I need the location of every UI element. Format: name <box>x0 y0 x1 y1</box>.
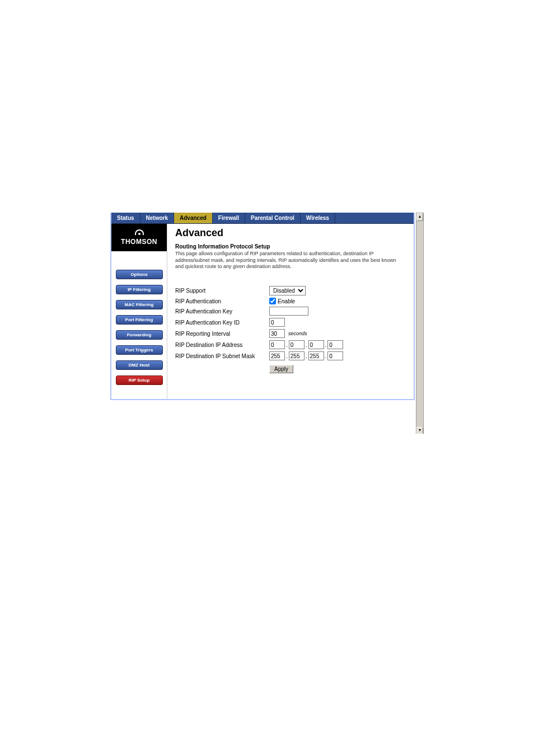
apply-button[interactable]: Apply <box>269 365 293 373</box>
sidebar-item-forwarding[interactable]: Forwarding <box>116 330 163 340</box>
sidebar-item-options[interactable]: Options <box>116 270 163 279</box>
sidebar-item-port-filtering[interactable]: Port Filtering <box>116 315 163 325</box>
rip-auth-enable-label: Enable <box>278 298 295 304</box>
section-description: This page allows configuration of RIP pa… <box>175 251 406 270</box>
rip-dest-mask-octet-2[interactable] <box>289 351 305 360</box>
rip-interval-label: RIP Reporting Interval <box>175 331 269 337</box>
tab-status[interactable]: Status <box>111 213 140 223</box>
sidebar: THOMSON Options IP Filtering MAC Filteri… <box>111 224 167 399</box>
tab-firewall[interactable]: Firewall <box>213 213 245 223</box>
rip-dest-mask-octet-3[interactable] <box>308 351 324 360</box>
svg-point-0 <box>138 233 140 235</box>
brand-logo-icon <box>114 228 165 238</box>
rip-dest-mask-label: RIP Destination IP Subnet Mask <box>175 353 269 359</box>
rip-dest-ip-octet-1[interactable] <box>269 340 285 349</box>
top-tabs: Status Network Advanced Firewall Parenta… <box>111 213 414 224</box>
rip-dest-ip-octet-4[interactable] <box>327 340 343 349</box>
vertical-scrollbar[interactable]: ▴ ▾ <box>416 213 424 434</box>
rip-interval-units: seconds <box>285 331 307 336</box>
rip-auth-key-label: RIP Authentication Key <box>175 308 269 314</box>
sidebar-item-mac-filtering[interactable]: MAC Filtering <box>116 300 163 309</box>
tab-wireless[interactable]: Wireless <box>301 213 335 223</box>
tab-network[interactable]: Network <box>140 213 174 223</box>
rip-support-select[interactable]: Disabled <box>269 286 306 295</box>
rip-dest-mask-octet-4[interactable] <box>327 351 343 360</box>
sidebar-item-ip-filtering[interactable]: IP Filtering <box>116 285 163 294</box>
tab-advanced[interactable]: Advanced <box>174 213 213 223</box>
rip-auth-keyid-input[interactable] <box>269 318 285 327</box>
sidebar-item-port-triggers[interactable]: Port Triggers <box>116 345 163 355</box>
brand-name: THOMSON <box>114 238 165 246</box>
section-title: Routing Information Protocol Setup <box>175 243 406 250</box>
app-frame: Status Network Advanced Firewall Parenta… <box>110 213 415 400</box>
scroll-down-button[interactable]: ▾ <box>416 427 423 434</box>
rip-auth-keyid-label: RIP Authentication Key ID <box>175 320 269 326</box>
rip-form: RIP Support Disabled RIP Authentication … <box>175 286 406 373</box>
main-content: Advanced Routing Information Protocol Se… <box>167 224 414 399</box>
rip-dest-mask-octet-1[interactable] <box>269 351 285 360</box>
sidebar-item-dmz-host[interactable]: DMZ Host <box>116 360 163 370</box>
rip-dest-ip-octet-3[interactable] <box>308 340 324 349</box>
rip-auth-label: RIP Authentication <box>175 298 269 304</box>
rip-auth-key-input[interactable] <box>269 307 308 316</box>
brand-block: THOMSON <box>111 224 167 251</box>
rip-auth-enable-checkbox[interactable] <box>269 298 276 304</box>
page-title: Advanced <box>175 227 406 239</box>
rip-support-label: RIP Support <box>175 288 269 294</box>
rip-dest-ip-octet-2[interactable] <box>289 340 305 349</box>
rip-interval-input[interactable] <box>269 329 285 338</box>
rip-dest-ip-label: RIP Destination IP Address <box>175 342 269 348</box>
scroll-up-button[interactable]: ▴ <box>416 213 423 221</box>
tab-parental-control[interactable]: Parental Control <box>245 213 301 223</box>
sidebar-item-rip-setup[interactable]: RIP Setup <box>116 375 163 385</box>
